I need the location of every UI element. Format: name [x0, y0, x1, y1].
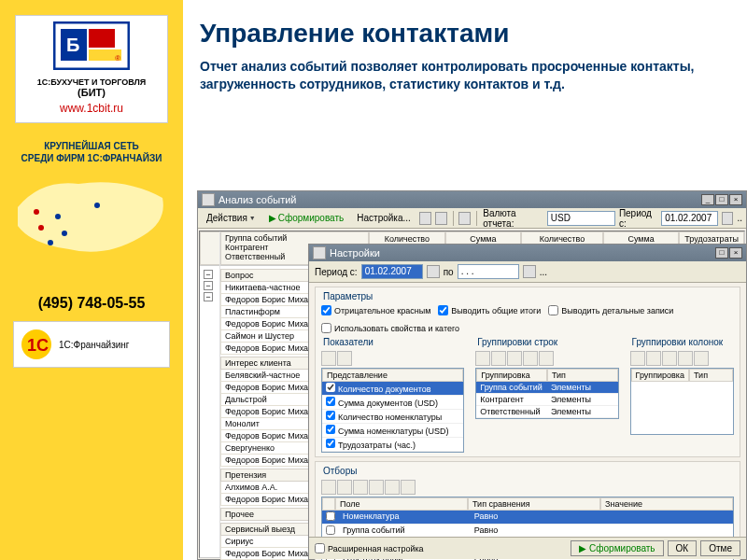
group-rows-list[interactable]: ГруппировкаТип Группа событийЭлементыКон…: [475, 368, 618, 419]
close-button[interactable]: ×: [729, 247, 742, 259]
actions-menu[interactable]: Действия▼: [202, 210, 261, 226]
network-text: КРУПНЕЙШАЯ СЕТЬ СРЕДИ ФИРМ 1С:ФРАНЧАЙЗИ: [4, 140, 179, 164]
form-button[interactable]: ▶ Сформировать: [264, 210, 349, 226]
indicators-list[interactable]: Представление Количество документовСумма…: [321, 368, 464, 453]
svg-point-11: [94, 203, 100, 208]
list-item[interactable]: Сумма номенклатуры (USD): [322, 424, 463, 438]
logo-caption-1: 1С:БУХУЧЕТ И ТОРГОВЛЯ: [20, 77, 163, 87]
cancel-button[interactable]: Отме: [700, 540, 740, 556]
svg-text:®: ®: [115, 54, 120, 63]
filters-title: Отборы: [321, 466, 734, 476]
period-label: Период с:: [619, 208, 657, 229]
form-button[interactable]: ▶ Сформировать: [571, 540, 663, 556]
parameters-panel: Параметры Отрицательное красным Выводить…: [315, 287, 740, 457]
clear-icon[interactable]: [353, 480, 368, 495]
list-item[interactable]: Сумма документов (USD): [322, 396, 463, 410]
calendar-icon[interactable]: [722, 212, 734, 225]
chk-negative-red[interactable]: Отрицательное красным: [321, 305, 430, 315]
filters-toolbar: [321, 480, 734, 495]
chk-detail[interactable]: Выводить детальные записи: [548, 305, 673, 315]
icon[interactable]: [369, 480, 384, 495]
svg-text:Б: Б: [66, 35, 79, 55]
svg-rect-2: [89, 29, 115, 48]
list-item[interactable]: Трудозатраты (час.): [322, 438, 463, 452]
svg-point-9: [62, 231, 67, 236]
group-cols-list[interactable]: ГруппировкаТип: [630, 368, 734, 435]
minimize-button[interactable]: _: [701, 194, 714, 205]
move-up-icon[interactable]: [523, 351, 538, 366]
period-to-field[interactable]: . . .: [458, 264, 519, 279]
maximize-button[interactable]: □: [715, 194, 728, 205]
report-toolbar: Действия▼ ▶ Сформировать Настройка... Ва…: [198, 208, 746, 229]
maximize-button[interactable]: □: [715, 247, 728, 259]
report-titlebar[interactable]: Анализ событий _ □ ×: [198, 191, 746, 208]
list-item[interactable]: Количество номенклатуры: [322, 410, 463, 424]
filter-row[interactable]: НоменклатураРавно: [322, 511, 733, 525]
move-up-icon[interactable]: [385, 480, 400, 495]
bit-logo-icon: Б ®: [53, 21, 130, 70]
settings-titlebar[interactable]: Настройки □ ×: [309, 245, 746, 261]
list-item[interactable]: Группа событийЭлементы: [476, 382, 617, 394]
group-rows-toolbar: [475, 351, 618, 366]
close-button[interactable]: ×: [729, 194, 742, 205]
move-down-icon[interactable]: [539, 351, 554, 366]
toolbar-icon-1[interactable]: [419, 212, 431, 225]
phone-number: (495) 748-05-55: [0, 295, 183, 312]
toolbar-icon-2[interactable]: [435, 212, 447, 225]
svg-text:1С: 1С: [27, 336, 49, 355]
logo-caption-2: (БИТ): [20, 87, 163, 98]
currency-field[interactable]: USD: [547, 211, 615, 226]
page-title: Управление контактами: [200, 19, 730, 49]
move-down-icon[interactable]: [337, 351, 352, 366]
company-url[interactable]: www.1cbit.ru: [20, 102, 163, 115]
svg-point-10: [48, 240, 53, 245]
delete-icon[interactable]: [646, 351, 661, 366]
page-subtitle: Отчет анализ событий позволяет контролир…: [200, 58, 730, 93]
indicators-title: Показатели: [321, 337, 464, 347]
calendar-icon[interactable]: [523, 265, 536, 278]
add-icon[interactable]: [321, 480, 336, 495]
chk-advanced[interactable]: Расширенная настройка: [315, 543, 424, 553]
outline-column: − − −: [200, 231, 220, 557]
settings-footer: Расширенная настройка ▶ Сформировать ОК …: [309, 537, 746, 559]
settings-title: Настройки: [330, 247, 380, 259]
move-down-icon[interactable]: [694, 351, 709, 366]
expand-toggle[interactable]: −: [204, 281, 213, 290]
delete-icon[interactable]: [491, 351, 506, 366]
group-cols-title: Группировки колонок: [630, 337, 734, 347]
currency-label: Валюта отчета:: [483, 208, 543, 229]
franchise-logo: 1С 1С:Франчайзинг: [13, 321, 170, 368]
group-cols-toolbar: [630, 351, 734, 366]
expand-toggle[interactable]: −: [204, 270, 213, 279]
edit-icon[interactable]: [507, 351, 522, 366]
calendar-icon[interactable]: [427, 265, 440, 278]
add-icon[interactable]: [630, 351, 645, 366]
list-item[interactable]: ОтветственныйЭлементы: [476, 406, 617, 418]
chk-totals[interactable]: Выводить общие итоги: [438, 305, 541, 315]
1c-logo-icon: 1С: [20, 328, 53, 361]
svg-point-6: [34, 209, 39, 215]
russia-map-icon: [13, 170, 170, 273]
period-from-field[interactable]: 01.02.2007: [661, 211, 717, 226]
expand-toggle[interactable]: −: [204, 292, 213, 301]
move-up-icon[interactable]: [321, 351, 336, 366]
settings-icon: [313, 246, 326, 259]
svg-point-7: [38, 225, 44, 231]
report-title: Анализ событий: [218, 194, 296, 205]
period-from-field[interactable]: 01.02.2007: [361, 264, 423, 279]
report-icon: [202, 193, 215, 206]
ok-button[interactable]: ОК: [668, 540, 698, 556]
list-item[interactable]: Количество документов: [322, 382, 463, 396]
toolbar-icon-3[interactable]: [458, 212, 471, 225]
logo-box: Б ® 1С:БУХУЧЕТ И ТОРГОВЛЯ (БИТ) www.1cbi…: [15, 15, 168, 123]
add-icon[interactable]: [475, 351, 490, 366]
settings-button[interactable]: Настройка...: [352, 210, 416, 226]
chk-properties[interactable]: Использовать свойства и катего: [321, 323, 459, 333]
move-up-icon[interactable]: [678, 351, 693, 366]
move-down-icon[interactable]: [401, 480, 416, 495]
list-item[interactable]: КонтрагентЭлементы: [476, 394, 617, 406]
edit-icon[interactable]: [662, 351, 677, 366]
delete-icon[interactable]: [337, 480, 352, 495]
svg-point-8: [55, 214, 61, 219]
period-label: Период с:: [315, 267, 358, 277]
